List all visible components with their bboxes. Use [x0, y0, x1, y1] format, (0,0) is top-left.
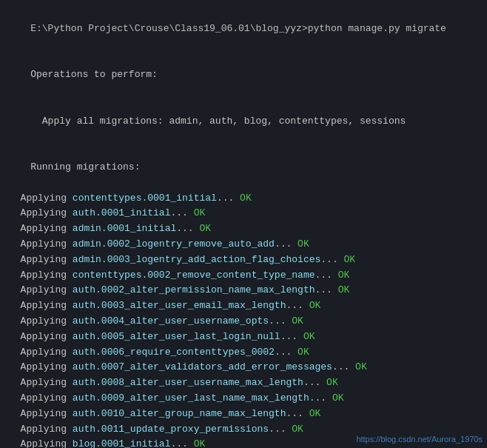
migration-name: auth.0003_alter_user_email_max_length — [73, 300, 286, 311]
ok-status: OK — [292, 424, 303, 435]
migration-name: auth.0002_alter_permission_name_max_leng… — [73, 284, 315, 295]
apply-all-line: Apply all migrations: admin, auth, blog,… — [7, 98, 480, 144]
applying-keyword: Applying — [21, 347, 73, 358]
dots: ... — [217, 193, 240, 204]
ok-status: OK — [194, 207, 206, 218]
dots: ... — [309, 392, 332, 404]
applying-keyword: Applying — [21, 238, 73, 250]
migration-name: admin.0003_logentry_add_action_flag_choi… — [73, 254, 320, 265]
migration-line-item: Applying auth.0005_alter_user_last_login… — [7, 330, 480, 345]
migration-name: auth.0011_update_proxy_permissions — [73, 424, 269, 435]
ok-status: OK — [338, 284, 350, 295]
dots: ... — [170, 438, 193, 448]
ok-status: OK — [332, 392, 344, 404]
dots: ... — [315, 284, 337, 295]
ok-status: OK — [298, 238, 309, 250]
applying-keyword: Applying — [21, 408, 73, 419]
migration-line-item: Applying auth.0007_alter_validators_add_… — [7, 360, 480, 375]
applying-keyword: Applying — [21, 438, 73, 448]
migration-line-item: Applying auth.0010_alter_group_name_max_… — [7, 407, 480, 422]
watermark: https://blog.csdn.net/Aurora_1970s — [356, 435, 483, 444]
command-line-1: E:\Python Project\Crouse\Class19_06.01\b… — [7, 6, 480, 52]
ok-status: OK — [338, 270, 350, 281]
migration-name: contenttypes.0001_initial — [73, 193, 217, 204]
applying-keyword: Applying — [21, 254, 73, 265]
migration-line-item: Applying admin.0002_logentry_remove_auto… — [7, 237, 480, 253]
dots: ... — [303, 377, 326, 388]
migration-name: auth.0001_initial — [73, 207, 171, 218]
dots: ... — [275, 238, 298, 250]
ok-status: OK — [292, 315, 303, 327]
dots: ... — [281, 331, 303, 342]
dots: ... — [176, 223, 199, 234]
migration-name: auth.0004_alter_user_username_opts — [73, 315, 269, 327]
dots: ... — [269, 424, 292, 435]
migration-name: auth.0009_alter_user_last_name_max_lengt… — [73, 392, 309, 404]
migration-name: auth.0007_alter_validators_add_error_mes… — [73, 361, 332, 372]
ok-status: OK — [303, 331, 315, 342]
migration-line-item: Applying admin.0001_initial... OK — [7, 221, 480, 237]
migration-line-item: Applying contenttypes.0001_initial... OK — [7, 191, 480, 207]
migration-line-item: Applying auth.0001_initial... OK — [7, 206, 480, 221]
ok-status: OK — [309, 408, 321, 419]
dots: ... — [170, 207, 193, 218]
dots: ... — [286, 300, 309, 311]
applying-keyword: Applying — [21, 207, 73, 218]
migration-line-item: Applying contenttypes.0002_remove_conten… — [7, 268, 480, 284]
migration-line-item: Applying auth.0002_alter_permission_name… — [7, 283, 480, 298]
migration-line-item: Applying auth.0004_alter_user_username_o… — [7, 314, 480, 330]
ok-status: OK — [194, 438, 206, 448]
ok-status: OK — [199, 223, 211, 234]
applying-keyword: Applying — [21, 331, 73, 342]
migration-line-item: Applying admin.0003_logentry_add_action_… — [7, 253, 480, 268]
ok-status: OK — [298, 347, 309, 358]
applying-keyword: Applying — [21, 392, 73, 404]
ok-status: OK — [355, 361, 367, 372]
applying-keyword: Applying — [21, 424, 73, 435]
ok-status: OK — [344, 254, 356, 265]
dots: ... — [320, 254, 343, 265]
migration-name: blog.0001_initial — [73, 438, 171, 448]
terminal-window: E:\Python Project\Crouse\Class19_06.01\b… — [0, 0, 487, 448]
dots: ... — [275, 347, 298, 358]
ok-status: OK — [240, 193, 252, 204]
operations-label: Operations to perform: — [7, 52, 480, 98]
applying-keyword: Applying — [21, 270, 73, 281]
migration-name: auth.0005_alter_user_last_login_null — [73, 331, 281, 342]
applying-keyword: Applying — [21, 361, 73, 372]
dots: ... — [315, 270, 337, 281]
migration-name: contenttypes.0002_remove_content_type_na… — [73, 270, 315, 281]
applying-keyword: Applying — [21, 284, 73, 295]
migration-line-item: Applying auth.0006_require_contenttypes_… — [7, 345, 480, 361]
migration-name: admin.0002_logentry_remove_auto_add — [73, 238, 275, 250]
migration-line-item: Applying auth.0008_alter_user_username_m… — [7, 375, 480, 391]
applying-keyword: Applying — [21, 300, 73, 311]
ok-status: OK — [309, 300, 321, 311]
applying-keyword: Applying — [21, 223, 73, 234]
running-label: Running migrations: — [7, 144, 480, 190]
applying-keyword: Applying — [21, 315, 73, 327]
dots: ... — [286, 408, 309, 419]
dots: ... — [332, 361, 355, 372]
migration-name: admin.0001_initial — [73, 223, 176, 234]
applying-keyword: Applying — [21, 193, 73, 204]
dots: ... — [269, 315, 292, 327]
migrations-list: Applying contenttypes.0001_initial... OK… — [7, 191, 480, 448]
prompt-text-1: E:\Python Project\Crouse\Class19_06.01\b… — [30, 23, 446, 34]
applying-keyword: Applying — [21, 377, 73, 388]
migration-name: auth.0010_alter_group_name_max_length — [73, 408, 286, 419]
migration-line-item: Applying auth.0003_alter_user_email_max_… — [7, 298, 480, 314]
ok-status: OK — [326, 377, 338, 388]
migration-name: auth.0008_alter_user_username_max_length — [73, 377, 303, 388]
migration-line-item: Applying auth.0009_alter_user_last_name_… — [7, 391, 480, 407]
migration-name: auth.0006_require_contenttypes_0002 — [73, 347, 275, 358]
